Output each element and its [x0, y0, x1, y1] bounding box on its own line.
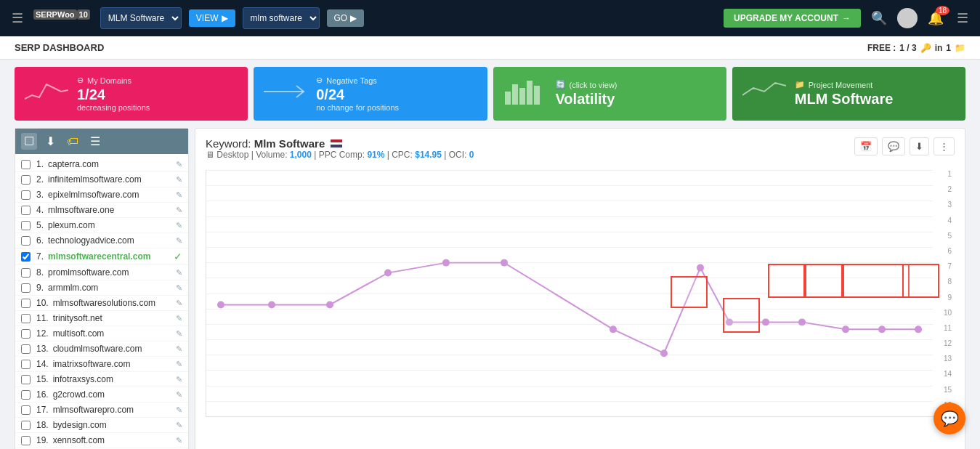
tag-icon[interactable]: 🏷 [64, 134, 81, 150]
domain-list-item-7[interactable]: 7. mlmsoftwarecentral.com ✓ [15, 248, 188, 265]
domain-checkbox-8[interactable] [21, 268, 31, 278]
domain-checkbox-5[interactable] [21, 221, 31, 230]
checkbox-icon[interactable]: ☐ [21, 133, 37, 150]
domain-link-8[interactable]: promlmsoftware.com [48, 267, 129, 278]
domain-checkbox-6[interactable] [21, 236, 31, 246]
domain-link-2[interactable]: infinitemlmsoftware.com [48, 174, 142, 185]
edit-icon-8[interactable]: ✎ [176, 283, 182, 293]
calendar-action-button[interactable]: 📅 [854, 137, 878, 155]
domain-list-item-10[interactable]: 10. mlmsoftwaresolutions.com ✎ [15, 296, 188, 311]
domain-checkbox-19[interactable] [21, 436, 31, 445]
edit-icon-0[interactable]: ✎ [176, 160, 182, 169]
my-domains-chart-icon [25, 77, 68, 111]
domain-list-item-14[interactable]: 14. imatrixsoftware.com ✎ [15, 357, 188, 372]
comment-action-button[interactable]: 💬 [882, 137, 905, 155]
edit-icon-4[interactable]: ✎ [176, 221, 182, 230]
menu-icon[interactable]: ☰ [954, 7, 971, 29]
edit-icon-14[interactable]: ✎ [176, 375, 182, 384]
keyword-dropdown[interactable]: mlm software [243, 7, 320, 29]
go-button[interactable]: GO ▶ [327, 9, 365, 27]
edit-icon-12[interactable]: ✎ [176, 344, 182, 354]
domain-link-6[interactable]: technologyadvice.com [48, 235, 134, 246]
edit-icon-13[interactable]: ✎ [176, 360, 182, 369]
domain-link-16[interactable]: g2crowd.com [53, 389, 105, 400]
download-action-button[interactable]: ⬇ [910, 137, 929, 155]
domain-link-4[interactable]: mlmsoftware.one [48, 205, 114, 215]
domain-checkbox-17[interactable] [21, 405, 31, 415]
edit-icon-7[interactable]: ✎ [176, 268, 182, 278]
domain-list-item-6[interactable]: 6. technologyadvice.com ✎ [15, 233, 188, 248]
edit-icon-10[interactable]: ✎ [176, 314, 182, 323]
domain-checkbox-2[interactable] [21, 175, 31, 185]
project-movement-card[interactable]: 📁 Project Movement MLM Software [732, 67, 965, 121]
domain-list-item-8[interactable]: 8. promlmsoftware.com ✎ [15, 265, 188, 280]
domain-list-item-9[interactable]: 9. armmlm.com ✎ [15, 280, 188, 296]
domain-checkbox-15[interactable] [21, 375, 31, 384]
domain-link-5[interactable]: plexum.com [48, 220, 95, 230]
edit-icon-3[interactable]: ✎ [176, 206, 182, 215]
domain-list-item-1[interactable]: 1. capterra.com ✎ [15, 157, 188, 172]
upgrade-button[interactable]: UPGRADE MY ACCOUNT → [724, 9, 861, 28]
domain-link-1[interactable]: capterra.com [48, 159, 99, 169]
domain-link-12[interactable]: multisoft.com [53, 328, 105, 339]
view-button[interactable]: VIEW ▶ [189, 9, 235, 27]
edit-icon-11[interactable]: ✎ [176, 329, 182, 339]
domain-checkbox-13[interactable] [21, 344, 31, 354]
hamburger-menu-icon[interactable]: ☰ [9, 7, 26, 29]
domain-checkbox-1[interactable] [21, 160, 31, 169]
domain-list-item-13[interactable]: 13. cloudmlmsoftware.com ✎ [15, 341, 188, 357]
domain-link-11[interactable]: trinitysoft.net [53, 313, 102, 323]
avatar[interactable] [897, 8, 918, 28]
domain-link-7[interactable]: mlmsoftwarecentral.com [48, 251, 150, 262]
filter-icon[interactable]: ☰ [87, 133, 103, 150]
domain-list-item-2[interactable]: 2. infinitemlmsoftware.com ✎ [15, 172, 188, 187]
volatility-card[interactable]: 🔄 (click to view) Volatility [493, 67, 726, 121]
domain-list-item-19[interactable]: 19. xennsoft.com ✎ [15, 433, 188, 448]
domain-checkbox-16[interactable] [21, 390, 31, 400]
edit-icon-9[interactable]: ✎ [176, 299, 182, 308]
domain-link-15[interactable]: infotraxsys.com [53, 374, 113, 384]
domain-link-9[interactable]: armmlm.com [48, 283, 98, 293]
domain-checkbox-10[interactable] [21, 299, 31, 308]
domain-link-17[interactable]: mlmsoftwarepro.com [53, 405, 134, 415]
negative-tags-card[interactable]: ⊖ Negative Tags 0/24 no change for posit… [254, 67, 487, 121]
domain-list-item-4[interactable]: 4. mlmsoftware.one ✎ [15, 203, 188, 218]
more-action-button[interactable]: ⋮ [934, 137, 955, 155]
edit-icon-15[interactable]: ✎ [176, 390, 182, 400]
domain-link-10[interactable]: mlmsoftwaresolutions.com [53, 298, 155, 308]
domain-checkbox-9[interactable] [21, 283, 31, 293]
project-movement-value: MLM Software [795, 91, 955, 108]
edit-icon-5[interactable]: ✎ [176, 236, 182, 246]
domain-link-18[interactable]: bydesign.com [53, 420, 107, 430]
domain-list-item-16[interactable]: 16. g2crowd.com ✎ [15, 387, 188, 403]
domain-link-13[interactable]: cloudmlmsoftware.com [53, 344, 142, 354]
notifications-icon[interactable]: 🔔 18 [925, 7, 947, 29]
domain-link-14[interactable]: imatrixsoftware.com [53, 359, 131, 369]
edit-icon-18[interactable]: ✎ [176, 436, 182, 445]
download-domains-icon[interactable]: ⬇ [43, 133, 58, 150]
edit-icon-16[interactable]: ✎ [176, 405, 182, 415]
edit-icon-2[interactable]: ✎ [176, 190, 182, 200]
domain-link-3[interactable]: epixelmlmsoftware.com [48, 190, 139, 200]
domain-list-item-12[interactable]: 12. multisoft.com ✎ [15, 326, 188, 341]
domain-checkbox-3[interactable] [21, 190, 31, 200]
domain-checkbox-4[interactable] [21, 206, 31, 215]
domain-link-19[interactable]: xennsoft.com [53, 435, 105, 445]
domain-list-item-5[interactable]: 5. plexum.com ✎ [15, 218, 188, 233]
domain-list-item-15[interactable]: 15. infotraxsys.com ✎ [15, 372, 188, 387]
domain-list-item-18[interactable]: 18. bydesign.com ✎ [15, 418, 188, 433]
project-dropdown[interactable]: MLM Software [100, 7, 182, 29]
domain-checkbox-7[interactable] [21, 252, 31, 262]
edit-icon-1[interactable]: ✎ [176, 175, 182, 185]
my-domains-card[interactable]: ⊖ My Domains 1/24 decreasing positions [15, 67, 248, 121]
domain-checkbox-11[interactable] [21, 314, 31, 323]
domain-list-item-17[interactable]: 17. mlmsoftwarepro.com ✎ [15, 403, 188, 418]
domain-checkbox-12[interactable] [21, 329, 31, 339]
domain-list-item-3[interactable]: 3. epixelmlmsoftware.com ✎ [15, 187, 188, 203]
domain-list-item-11[interactable]: 11. trinitysoft.net ✎ [15, 311, 188, 326]
edit-icon-17[interactable]: ✎ [176, 421, 182, 430]
domain-checkbox-18[interactable] [21, 421, 31, 430]
search-icon[interactable]: 🔍 [868, 7, 890, 29]
chat-bubble[interactable]: 💬 [934, 403, 965, 434]
domain-checkbox-14[interactable] [21, 360, 31, 369]
